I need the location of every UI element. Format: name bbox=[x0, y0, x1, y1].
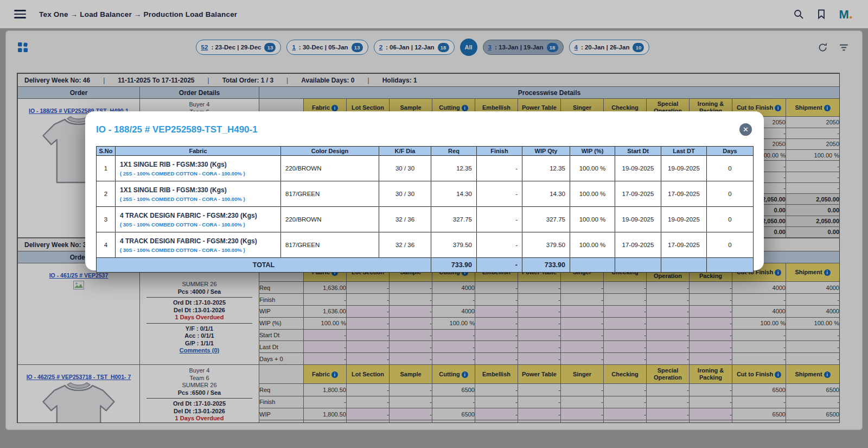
fabric-last-dt: 19-09-2025 bbox=[661, 207, 707, 232]
fabric-cell: 1X1 SINGLE RIB - FGSM:330 (Kgs)( 25S - 1… bbox=[116, 156, 281, 181]
fabric-row: 34 TRACK DESIGN FABRIC - FGSM:230 (Kgs)(… bbox=[97, 207, 754, 232]
fabric-cell: 4 TRACK DESIGN FABRIC - FGSM:230 (Kgs)( … bbox=[116, 232, 281, 258]
modal-column-header: Finish bbox=[477, 147, 522, 156]
modal-column-header: WIP Qty bbox=[522, 147, 570, 156]
fabric-color-design: 817/GREEN bbox=[281, 181, 379, 207]
total-finish: - bbox=[477, 258, 522, 273]
total-empty-cell bbox=[661, 258, 707, 273]
fabric-wip-pct: 100.00 % bbox=[570, 232, 615, 258]
fabric-finish: - bbox=[477, 232, 522, 258]
fabric-kf-dia: 30 / 30 bbox=[379, 156, 431, 181]
fabric-kf-dia: 32 / 36 bbox=[379, 207, 431, 232]
fabric-days: 0 bbox=[707, 232, 754, 258]
fabric-wip-qty: 14.30 bbox=[522, 181, 570, 207]
fabric-row: 21X1 SINGLE RIB - FGSM:330 (Kgs)( 25S - … bbox=[97, 181, 754, 207]
fabric-wip-qty: 12.35 bbox=[522, 156, 570, 181]
modal-column-header: Color Design bbox=[281, 147, 379, 156]
fabric-row: 11X1 SINGLE RIB - FGSM:330 (Kgs)( 25S - … bbox=[97, 156, 754, 181]
total-empty-cell bbox=[570, 258, 615, 273]
fabric-color-design: 220/BROWN bbox=[281, 207, 379, 232]
fabric-kf-dia: 32 / 36 bbox=[379, 232, 431, 258]
fabric-name: 4 TRACK DESIGN FABRIC - FGSM:230 (Kgs) bbox=[120, 237, 276, 245]
total-wip-qty: 733.90 bbox=[522, 258, 570, 273]
fabric-cell: 1X1 SINGLE RIB - FGSM:330 (Kgs)( 25S - 1… bbox=[116, 181, 281, 207]
fabric-name: 1X1 SINGLE RIB - FGSM:330 (Kgs) bbox=[120, 186, 276, 194]
fabric-detail-table: S.NoFabricColor DesignK/F DiaReqFinishWI… bbox=[96, 146, 754, 273]
fabric-start-dt: 19-09-2025 bbox=[615, 156, 661, 181]
fabric-wip-qty: 327.75 bbox=[522, 207, 570, 232]
fabric-wip-qty: 379.50 bbox=[522, 232, 570, 258]
fabric-kf-dia: 30 / 30 bbox=[379, 181, 431, 207]
fabric-sno: 3 bbox=[97, 207, 116, 232]
fabric-composition: ( 30S - 100% COMBED COTTON - CORA - 100.… bbox=[120, 247, 276, 253]
modal-column-header: Req bbox=[431, 147, 477, 156]
fabric-req: 14.30 bbox=[431, 181, 477, 207]
modal-column-header: WIP (%) bbox=[570, 147, 615, 156]
fabric-finish: - bbox=[477, 156, 522, 181]
modal-column-header: Last DT bbox=[661, 147, 707, 156]
fabric-wip-pct: 100.00 % bbox=[570, 156, 615, 181]
fabric-name: 4 TRACK DESIGN FABRIC - FGSM:230 (Kgs) bbox=[120, 212, 276, 219]
fabric-sno: 1 bbox=[97, 156, 116, 181]
modal-column-header: Days bbox=[707, 147, 754, 156]
modal-column-header: Start Dt bbox=[615, 147, 661, 156]
modal-column-header: S.No bbox=[97, 147, 116, 156]
fabric-sno: 2 bbox=[97, 181, 116, 207]
fabric-last-dt: 19-09-2025 bbox=[661, 156, 707, 181]
modal-column-header: Fabric bbox=[116, 147, 281, 156]
total-empty-cell bbox=[615, 258, 661, 273]
fabric-total-row: TOTAL733.90-733.90 bbox=[97, 258, 754, 273]
fabric-color-design: 817/GREEN bbox=[281, 232, 379, 258]
fabric-row: 44 TRACK DESIGN FABRIC - FGSM:230 (Kgs)(… bbox=[97, 232, 754, 258]
fabric-name: 1X1 SINGLE RIB - FGSM:330 (Kgs) bbox=[120, 161, 276, 168]
fabric-color-design: 220/BROWN bbox=[281, 156, 379, 181]
fabric-sno: 4 bbox=[97, 232, 116, 258]
total-req: 733.90 bbox=[431, 258, 477, 273]
fabric-days: 0 bbox=[707, 156, 754, 181]
fabric-days: 0 bbox=[707, 207, 754, 232]
fabric-finish: - bbox=[477, 181, 522, 207]
total-empty-cell bbox=[707, 258, 754, 273]
order-fabric-modal: IO - 188/25 # VEP252589-TST_H490-1 ✕ S.N… bbox=[85, 111, 764, 270]
fabric-last-dt: 17-09-2025 bbox=[661, 181, 707, 207]
fabric-start-dt: 17-09-2025 bbox=[615, 232, 661, 258]
fabric-req: 379.50 bbox=[431, 232, 477, 258]
fabric-wip-pct: 100.00 % bbox=[570, 181, 615, 207]
fabric-finish: - bbox=[477, 207, 522, 232]
fabric-composition: ( 30S - 100% COMBED COTTON - CORA - 100.… bbox=[120, 222, 276, 228]
fabric-wip-pct: 100.00 % bbox=[570, 207, 615, 232]
fabric-days: 0 bbox=[707, 181, 754, 207]
fabric-cell: 4 TRACK DESIGN FABRIC - FGSM:230 (Kgs)( … bbox=[116, 207, 281, 232]
fabric-composition: ( 25S - 100% COMBED COTTON - CORA - 100.… bbox=[120, 196, 276, 202]
fabric-total-label: TOTAL bbox=[97, 258, 431, 273]
fabric-req: 327.75 bbox=[431, 207, 477, 232]
fabric-req: 12.35 bbox=[431, 156, 477, 181]
fabric-last-dt: 17-09-2025 bbox=[661, 232, 707, 258]
modal-title: IO - 188/25 # VEP252589-TST_H490-1 bbox=[96, 124, 258, 135]
modal-column-header: K/F Dia bbox=[379, 147, 431, 156]
fabric-start-dt: 19-09-2025 bbox=[615, 207, 661, 232]
close-icon[interactable]: ✕ bbox=[739, 123, 752, 136]
fabric-composition: ( 25S - 100% COMBED COTTON - CORA - 100.… bbox=[120, 171, 276, 176]
fabric-start-dt: 17-09-2025 bbox=[615, 181, 661, 207]
